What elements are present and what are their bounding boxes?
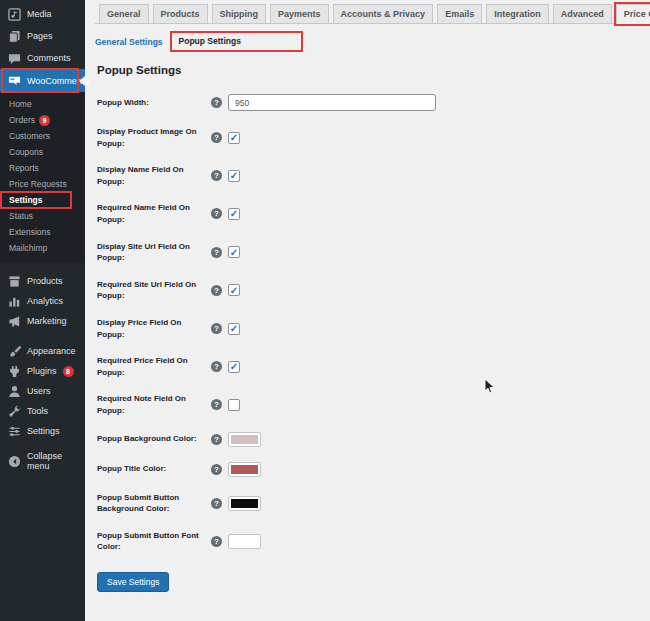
popup-width-input[interactable] <box>228 94 436 111</box>
sidebar-item-plugins[interactable]: Plugins 8 <box>0 361 85 381</box>
sidebar-item-settings[interactable]: Settings <box>0 421 85 441</box>
display-site-url-checkbox[interactable] <box>228 246 240 258</box>
tools-icon <box>8 405 21 418</box>
help-icon[interactable] <box>211 498 222 509</box>
required-name-field-checkbox[interactable] <box>228 208 240 220</box>
save-settings-button[interactable]: Save Settings <box>97 572 169 592</box>
help-icon[interactable] <box>211 323 222 334</box>
plugins-icon <box>8 365 21 378</box>
submenu-item-label: Customers <box>9 131 50 141</box>
marketing-icon <box>8 315 21 328</box>
tab-integration[interactable]: Integration <box>486 4 549 23</box>
submenu-item-label: Orders <box>9 115 35 125</box>
submenu-item-label: Home <box>9 99 32 109</box>
submenu-item-settings[interactable]: Settings <box>0 192 85 208</box>
form-row-popup-width: Popup Width: <box>97 94 650 111</box>
form-row-required-price-field: Required Price Field On Popup: <box>97 355 650 378</box>
collapse-menu-icon <box>8 455 21 468</box>
sidebar-item-products[interactable]: Products <box>0 271 85 291</box>
sidebar-item-appearance[interactable]: Appearance <box>0 341 85 361</box>
media-icon <box>8 8 21 21</box>
sidebar-item-media[interactable]: Media <box>0 3 85 25</box>
submit-button-background-color-picker[interactable] <box>228 496 261 511</box>
sidebar-item-label: Media <box>27 9 52 19</box>
required-note-field-checkbox[interactable] <box>228 399 240 411</box>
help-icon[interactable] <box>211 464 222 475</box>
color-swatch <box>231 499 258 508</box>
form-row-submit-button-background-color: Popup Submit Button Background Color: <box>97 492 650 515</box>
sidebar-item-pages[interactable]: Pages <box>0 25 85 47</box>
help-icon[interactable] <box>211 170 222 181</box>
tab-shipping[interactable]: Shipping <box>212 4 267 23</box>
submenu-item-label: Reports <box>9 163 39 173</box>
display-name-field-checkbox[interactable] <box>228 170 240 182</box>
sidebar-item-analytics[interactable]: Analytics <box>0 291 85 311</box>
sidebar-item-collapse-menu[interactable]: Collapse menu <box>0 451 85 471</box>
sidebar-item-tools[interactable]: Tools <box>0 401 85 421</box>
subtab-popup-settings[interactable]: Popup Settings <box>179 36 241 46</box>
submenu-item-price-requests[interactable]: Price Requests <box>0 176 85 192</box>
popup-background-color-picker[interactable] <box>228 432 261 447</box>
field-label: Required Price Field On Popup: <box>97 355 211 378</box>
help-icon[interactable] <box>211 434 222 445</box>
sidebar-item-users[interactable]: Users <box>0 381 85 401</box>
sidebar-item-label: Products <box>27 276 63 286</box>
sidebar-item-marketing[interactable]: Marketing <box>0 311 85 331</box>
form-row-required-note-field: Required Note Field On Popup: <box>97 393 650 416</box>
submenu-item-label: Mailchimp <box>9 243 47 253</box>
tab-products[interactable]: Products <box>153 4 208 23</box>
submenu-item-extensions[interactable]: Extensions <box>0 224 85 240</box>
display-price-field-checkbox[interactable] <box>228 323 240 335</box>
help-icon[interactable] <box>211 247 222 258</box>
submenu-item-customers[interactable]: Customers <box>0 128 85 144</box>
color-swatch <box>231 435 258 444</box>
help-icon[interactable] <box>211 97 222 108</box>
subtab-row: General Settings Popup Settings <box>95 31 650 52</box>
submenu-item-label: Extensions <box>9 227 51 237</box>
tab-emails[interactable]: Emails <box>437 4 482 23</box>
submenu-item-label: Status <box>9 211 33 221</box>
submenu-item-home[interactable]: Home <box>0 96 85 112</box>
submenu-item-coupons[interactable]: Coupons <box>0 144 85 160</box>
subtab-general-settings[interactable]: General Settings <box>95 37 163 47</box>
field-label: Display Name Field On Popup: <box>97 164 211 187</box>
sidebar-item-comments[interactable]: Comments <box>0 47 85 69</box>
sidebar-item-label: Users <box>27 386 51 396</box>
sidebar-item-label: Collapse menu <box>27 451 85 471</box>
field-label: Popup Background Color: <box>97 433 211 445</box>
help-icon[interactable] <box>211 399 222 410</box>
required-price-field-checkbox[interactable] <box>228 361 240 373</box>
sidebar-item-label: Tools <box>27 406 48 416</box>
submenu-item-mailchimp[interactable]: Mailchimp <box>0 240 85 256</box>
tab-price-guarantee[interactable]: Price Guarantee <box>616 4 650 24</box>
display-product-image-checkbox[interactable] <box>228 132 240 144</box>
submenu-item-status[interactable]: Status <box>0 208 85 224</box>
submit-button-font-color-picker[interactable] <box>228 534 261 549</box>
help-icon[interactable] <box>211 208 222 219</box>
field-label: Display Site Url Field On Popup: <box>97 241 211 264</box>
sidebar-item-label: Marketing <box>27 316 67 326</box>
submenu-item-label: Settings <box>9 195 43 205</box>
color-swatch <box>231 537 258 546</box>
help-icon[interactable] <box>211 285 222 296</box>
sidebar-item-woocommerce[interactable]: WooCommerce <box>0 69 85 92</box>
field-label: Popup Submit Button Background Color: <box>97 492 211 515</box>
popup-title-color-picker[interactable] <box>228 462 261 477</box>
tab-general[interactable]: General <box>99 4 149 23</box>
tab-payments[interactable]: Payments <box>270 4 329 23</box>
submenu-item-label: Price Requests <box>9 179 67 189</box>
tab-accounts-privacy[interactable]: Accounts & Privacy <box>333 4 434 23</box>
tab-advanced[interactable]: Advanced <box>553 4 612 23</box>
required-site-url-checkbox[interactable] <box>228 284 240 296</box>
field-label: Popup Width: <box>97 97 211 109</box>
form-row-display-site-url: Display Site Url Field On Popup: <box>97 241 650 264</box>
submenu-item-orders[interactable]: Orders 9 <box>0 112 85 128</box>
submenu-item-reports[interactable]: Reports <box>0 160 85 176</box>
help-icon[interactable] <box>211 132 222 143</box>
form-row-popup-title-color: Popup Title Color: <box>97 462 650 477</box>
help-icon[interactable] <box>211 361 222 372</box>
field-label: Required Name Field On Popup: <box>97 202 211 225</box>
help-icon[interactable] <box>211 536 222 547</box>
current-menu-arrow <box>79 76 85 86</box>
annotation-box-popup-settings: Popup Settings <box>170 31 303 52</box>
